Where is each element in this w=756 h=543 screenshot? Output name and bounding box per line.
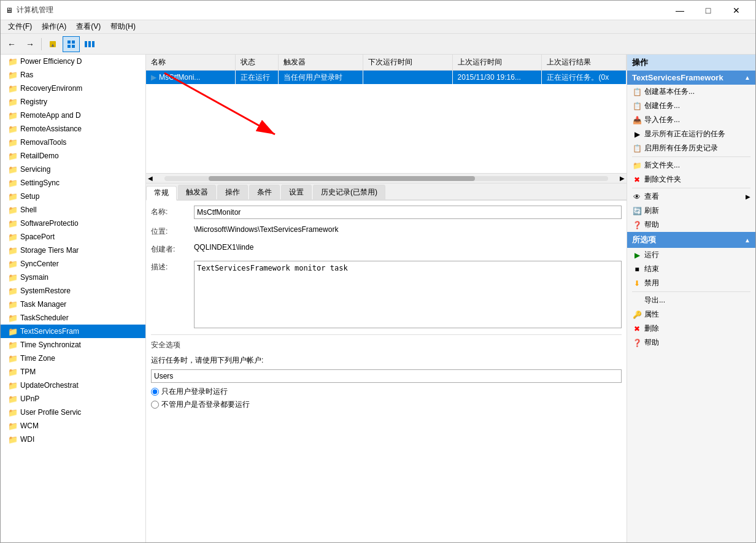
sidebar-item-storagetiers[interactable]: 📁 Storage Tiers Mar: [1, 244, 145, 257]
sidebar-item-synccenter[interactable]: 📁 SyncCenter: [1, 257, 145, 271]
forward-button[interactable]: →: [21, 36, 39, 52]
app-icon: 🖥: [6, 6, 13, 15]
export-icon: [632, 296, 642, 306]
maximize-button[interactable]: □: [694, 1, 722, 20]
folder-icon: 📁: [8, 84, 18, 93]
menu-file[interactable]: 文件(F): [3, 20, 37, 33]
sidebar-item-removaltools[interactable]: 📁 RemovalTools: [1, 136, 145, 149]
table-cell-lastresult: 正在运行任务。(0x: [542, 71, 627, 84]
right-action-delete-folder[interactable]: ✖ 删除文件夹: [627, 172, 755, 187]
menu-help[interactable]: 帮助(H): [106, 20, 141, 33]
detail-description-textarea[interactable]: TextServicesFramework monitor task: [194, 261, 622, 328]
minimize-button[interactable]: —: [666, 1, 694, 20]
radio-any[interactable]: [151, 401, 159, 409]
right-action-create[interactable]: 📋 创建任务...: [627, 99, 755, 113]
sidebar-item-userprofile[interactable]: 📁 User Profile Servic: [1, 406, 145, 419]
scroll-left-btn[interactable]: ◀: [146, 175, 155, 182]
scroll-right-btn[interactable]: ▶: [618, 175, 627, 182]
folder-icon: 📁: [8, 165, 18, 174]
up-button[interactable]: ▲: [44, 36, 61, 52]
horizontal-scroll[interactable]: ◀ ▶: [146, 173, 627, 183]
folder-icon: 📁: [8, 273, 18, 282]
sidebar-item-power[interactable]: 📁 Power Efficiency D: [1, 55, 145, 68]
tab-actions[interactable]: 操作: [217, 185, 248, 199]
sidebar-item-timezone[interactable]: 📁 Time Zone: [1, 352, 145, 365]
right-action-help-selected[interactable]: ❓ 帮助: [627, 336, 755, 350]
back-button[interactable]: ←: [3, 36, 20, 52]
sidebar-item-softwareprot[interactable]: 📁 SoftwareProtectio: [1, 217, 145, 230]
col-header-nextrun[interactable]: 下次运行时间: [363, 55, 453, 70]
folder-icon: 📁: [8, 368, 18, 377]
right-action-refresh[interactable]: 🔄 刷新: [627, 204, 755, 218]
folder-icon: 📁: [8, 206, 18, 215]
right-action-export[interactable]: 导出...: [627, 293, 755, 307]
tab-triggers[interactable]: 触发器: [178, 185, 216, 199]
view-button-1[interactable]: [63, 36, 80, 52]
sidebar-item-taskscheduler[interactable]: 📁 TaskScheduler: [1, 311, 145, 325]
sidebar-item-wdi[interactable]: 📁 WDI: [1, 433, 145, 446]
sidebar-item-settingsync[interactable]: 📁 SettingSync: [1, 176, 145, 190]
sidebar-item-ras[interactable]: 📁 Ras: [1, 68, 145, 82]
tab-general[interactable]: 常规: [146, 186, 177, 201]
sidebar-item-wcm[interactable]: 📁 WCM: [1, 419, 145, 433]
right-action-end[interactable]: ■ 结束: [627, 262, 755, 276]
right-action-properties[interactable]: 🔑 属性: [627, 307, 755, 322]
right-action-create-basic[interactable]: 📋 创建基本任务...: [627, 85, 755, 99]
sidebar-item-updateorch[interactable]: 📁 UpdateOrchestrat: [1, 379, 145, 392]
table-row[interactable]: ▶ MsCtfMoni... 正在运行 当任何用户登录时 2015/11/30 …: [146, 71, 627, 84]
right-action-show-running[interactable]: ▶ 显示所有正在运行的任务: [627, 127, 755, 141]
sidebar-item-label: UPnP: [20, 395, 39, 403]
folder-icon: 📁: [8, 152, 18, 161]
right-action-create-label: 创建任务...: [644, 101, 680, 111]
sidebar-item-registry[interactable]: 📁 Registry: [1, 95, 145, 109]
sidebar-item-sysmain[interactable]: 📁 Sysmain: [1, 271, 145, 284]
sidebar-item-spaceport[interactable]: 📁 SpacePort: [1, 230, 145, 244]
sidebar-item-upnp[interactable]: 📁 UPnP: [1, 392, 145, 406]
sidebar-item-taskmanager[interactable]: 📁 Task Manager: [1, 298, 145, 311]
folder-icon: 📁: [8, 138, 18, 147]
right-action-import[interactable]: 📥 导入任务...: [627, 113, 755, 127]
sidebar-item-systemrestore[interactable]: 📁 SystemRestore: [1, 284, 145, 298]
sidebar-item-retaildemo[interactable]: 📁 RetailDemo: [1, 149, 145, 163]
col-header-trigger[interactable]: 触发器: [279, 55, 363, 70]
sidebar-item-shell[interactable]: 📁 Shell: [1, 203, 145, 217]
col-header-name[interactable]: 名称: [146, 55, 236, 70]
menu-action[interactable]: 操作(A): [37, 20, 71, 33]
view-button-2[interactable]: [81, 36, 98, 52]
tab-settings[interactable]: 设置: [281, 185, 312, 199]
col-header-lastrun[interactable]: 上次运行时间: [453, 55, 542, 70]
col-header-lastresult[interactable]: 上次运行结果: [542, 55, 627, 70]
right-action-run-label: 运行: [644, 250, 659, 260]
security-run-as-input[interactable]: [151, 369, 622, 383]
sidebar: 📁 Power Efficiency D 📁 Ras 📁 RecoveryEnv…: [1, 55, 146, 542]
sidebar-item-setup[interactable]: 📁 Setup: [1, 190, 145, 203]
right-action-disable[interactable]: ⬇ 禁用: [627, 276, 755, 290]
right-panel: 操作 TextServicesFramework ▲ 📋 创建基本任务... 📋…: [627, 55, 755, 542]
create-icon: 📋: [632, 101, 642, 111]
right-action-new-folder[interactable]: 📁 新文件夹...: [627, 158, 755, 172]
right-action-delete[interactable]: ✖ 删除: [627, 322, 755, 336]
right-section-selected-label: 所选项: [632, 234, 656, 245]
sidebar-item-tpm[interactable]: 📁 TPM: [1, 365, 145, 379]
radio-row-2: 不管用户是否登录都要运行: [151, 399, 622, 410]
sidebar-item-textservices[interactable]: 📁 TextServicesFram: [1, 325, 145, 338]
tab-history[interactable]: 历史记录(已禁用): [313, 185, 385, 199]
menu-view[interactable]: 查看(V): [71, 20, 106, 33]
right-action-run[interactable]: ▶ 运行: [627, 248, 755, 262]
sidebar-item-timesync[interactable]: 📁 Time Synchronizat: [1, 338, 145, 352]
sidebar-item-servicing[interactable]: 📁 Servicing: [1, 163, 145, 176]
sidebar-item-remoteapp[interactable]: 📁 RemoteApp and D: [1, 109, 145, 122]
radio-logon[interactable]: [151, 388, 159, 396]
sidebar-item-label: SoftwareProtectio: [20, 219, 79, 228]
tab-conditions[interactable]: 条件: [249, 185, 280, 199]
col-header-status[interactable]: 状态: [236, 55, 279, 70]
right-action-enable-history[interactable]: 📋 启用所有任务历史记录: [627, 141, 755, 155]
sidebar-item-remoteassist[interactable]: 📁 RemoteAssistance: [1, 122, 145, 136]
right-action-view[interactable]: 👁 查看 ▶: [627, 190, 755, 204]
right-action-help-tsf[interactable]: ❓ 帮助: [627, 218, 755, 232]
close-button[interactable]: ✕: [722, 1, 750, 20]
svg-rect-7: [88, 41, 91, 47]
folder-icon: 📁: [8, 260, 18, 269]
detail-name-input[interactable]: [194, 206, 622, 219]
sidebar-item-recovery[interactable]: 📁 RecoveryEnvironm: [1, 82, 145, 95]
